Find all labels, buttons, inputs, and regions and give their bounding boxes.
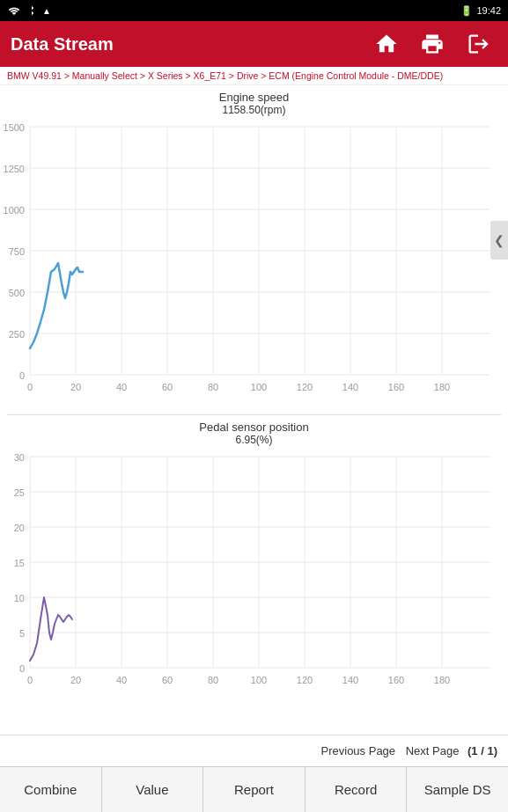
svg-text:10: 10 [14,593,25,604]
svg-text:180: 180 [434,382,450,392]
chart2-title: Pedal sensor position [0,421,508,434]
svg-text:40: 40 [116,675,127,685]
time-display: 19:42 [476,5,501,16]
svg-text:1250: 1250 [4,164,25,174]
chart2-graph: 30 25 20 15 10 5 0 [0,448,508,721]
svg-text:140: 140 [342,382,358,392]
chart-divider [7,414,501,415]
svg-text:25: 25 [14,487,25,498]
page-info: (1 / 1) [468,744,497,757]
charts-area: Engine speed 1158.50(rpm) 1500 1250 1000… [0,91,508,739]
svg-text:5: 5 [19,628,25,639]
pagination-bar: Previous Page Next Page (1 / 1) [0,735,508,766]
home-button[interactable] [367,25,406,63]
svg-text:1500: 1500 [4,122,25,133]
pagination-text: Previous Page Next Page (1 / 1) [321,744,497,757]
next-page-label[interactable]: Next Page [406,744,460,757]
svg-text:750: 750 [9,246,25,257]
svg-text:20: 20 [70,675,81,685]
svg-text:140: 140 [342,675,358,685]
svg-text:60: 60 [162,382,173,392]
svg-text:120: 120 [297,675,313,685]
record-button[interactable]: Record [306,767,408,812]
status-bar: ▲ 🔋 19:42 [0,0,508,21]
svg-text:0: 0 [19,370,25,381]
pedal-sensor-chart: Pedal sensor position 6.95(%) 30 25 20 1… [0,421,508,744]
value-button[interactable]: Value [102,767,204,812]
print-button[interactable] [413,25,452,63]
combine-button[interactable]: Combine [0,767,102,812]
svg-text:100: 100 [251,675,267,685]
breadcrumb: BMW V49.91 > Manually Select > X Series … [0,67,508,85]
chart1-subtitle: 1158.50(rpm) [0,104,508,116]
svg-text:250: 250 [9,329,25,340]
svg-text:80: 80 [208,382,218,392]
chart2-subtitle: 6.95(%) [0,434,508,446]
svg-text:0: 0 [19,663,25,674]
report-button[interactable]: Report [203,767,306,812]
previous-page-label[interactable]: Previous Page [321,744,396,757]
svg-text:0: 0 [27,675,33,685]
bluetooth-icon [25,4,39,18]
header: Data Stream [0,21,508,67]
svg-text:160: 160 [388,675,404,685]
header-actions [367,25,497,63]
chart1-title: Engine speed [0,91,508,104]
chart1-graph: 1500 1250 1000 750 500 250 0 [0,118,508,408]
signal-icon: ▲ [42,6,51,16]
svg-text:30: 30 [14,452,25,463]
svg-text:40: 40 [116,382,127,392]
sample-ds-button[interactable]: Sample DS [407,767,508,812]
svg-text:160: 160 [388,382,404,392]
battery-icon: 🔋 [460,5,473,17]
svg-text:120: 120 [297,382,313,392]
svg-text:500: 500 [9,288,25,298]
svg-text:20: 20 [14,523,25,533]
page-title: Data Stream [11,34,114,55]
wifi-icon [7,4,21,18]
svg-text:0: 0 [27,382,33,392]
status-bar-right: 🔋 19:42 [460,5,501,17]
exit-button[interactable] [459,25,497,63]
svg-text:100: 100 [251,382,267,392]
status-bar-left: ▲ [7,4,51,18]
svg-text:60: 60 [162,675,173,685]
svg-text:1000: 1000 [4,205,25,216]
svg-text:180: 180 [434,675,450,685]
action-buttons-bar: Combine Value Report Record Sample DS [0,766,508,812]
svg-text:20: 20 [70,382,81,392]
collapse-arrow[interactable]: ❮ [490,221,508,260]
engine-speed-chart: Engine speed 1158.50(rpm) 1500 1250 1000… [0,91,508,414]
svg-text:15: 15 [14,558,25,568]
svg-text:80: 80 [208,675,218,685]
